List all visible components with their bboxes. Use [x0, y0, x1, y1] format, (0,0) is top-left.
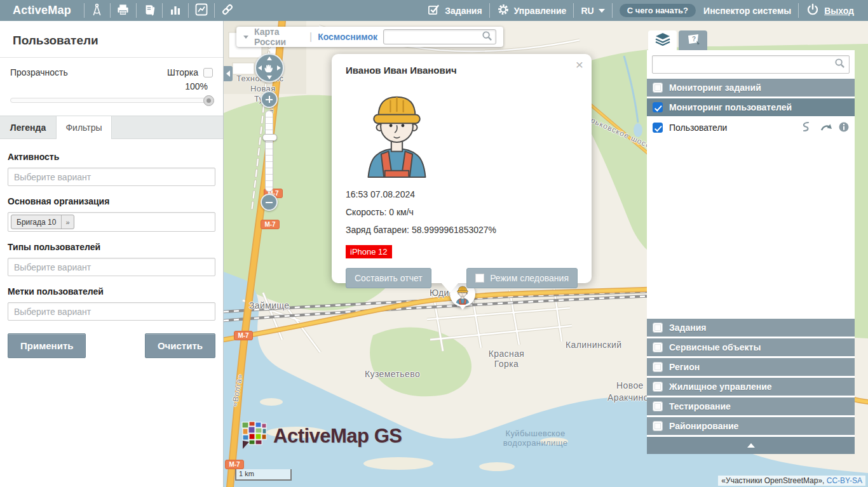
go-to-layer-icon[interactable] — [820, 123, 833, 133]
monitoring-dashboard-button[interactable] — [189, 0, 214, 21]
layer-checkbox[interactable] — [653, 102, 663, 112]
logout-button[interactable]: Выход — [799, 0, 868, 21]
create-report-button[interactable]: Составить отчет — [346, 268, 431, 288]
chevron-down-icon[interactable] — [243, 36, 248, 39]
info-icon[interactable] — [839, 122, 849, 134]
user-tags-filter-input[interactable] — [8, 302, 215, 321]
popup-speed: Скорость: 0 км/ч — [346, 207, 578, 217]
layer-checkbox[interactable] — [653, 123, 663, 133]
layers-search-input[interactable] — [656, 60, 834, 69]
activemap-gs-watermark: ActiveMap GS — [240, 420, 402, 452]
layer-group-task-monitoring[interactable]: Мониторинг заданий — [647, 79, 855, 98]
map-pan-control[interactable] — [255, 53, 284, 83]
layer-group-label: Задания — [669, 323, 706, 333]
compass-icon — [91, 3, 103, 18]
tab-legend-help[interactable]: ? — [679, 30, 707, 50]
map-attribution: «Участники OpenStreetMap», CC-BY-SA — [718, 476, 865, 486]
map-label-kuzemetyevo: Куземетьево — [365, 369, 420, 379]
zoom-slider-handle[interactable] — [262, 134, 277, 141]
language-selector[interactable]: RU — [574, 0, 611, 21]
attribution-license-link[interactable]: CC-BY-SA — [827, 476, 862, 485]
measure-tool-button[interactable] — [85, 0, 110, 21]
attribution-text: «Участники OpenStreetMap», — [721, 476, 826, 485]
layer-checkbox[interactable] — [653, 323, 663, 333]
system-inspector-button[interactable]: Инспектор системы — [703, 6, 791, 16]
layer-group-label: Сервисные объекты — [669, 342, 761, 352]
share-link-button[interactable] — [215, 0, 240, 21]
management-button[interactable]: Управление — [490, 0, 574, 21]
map-scale-bar: 1 km — [235, 469, 292, 481]
basemap-option-satellite[interactable]: Космоснимок — [318, 32, 377, 42]
apply-button[interactable]: Применить — [8, 333, 86, 358]
panel-collapse-button[interactable] — [647, 437, 855, 454]
search-icon[interactable] — [482, 30, 492, 44]
curtain-checkbox[interactable] — [203, 68, 213, 77]
activity-filter-input[interactable] — [8, 168, 215, 186]
opacity-slider-handle[interactable] — [203, 95, 214, 106]
user-info-popup: × Иванов Иван Иванович 16:53 07.08.2024 … — [332, 54, 592, 283]
user-types-filter-input[interactable] — [8, 258, 215, 276]
device-badge: iPhone 12 — [346, 245, 392, 258]
sidebar-collapse-button[interactable] — [224, 66, 233, 81]
layer-checkbox[interactable] — [653, 83, 663, 93]
chip-expand-icon[interactable]: » — [61, 215, 73, 229]
user-types-filter-label: Типы пользователей — [8, 242, 215, 252]
activity-filter-label: Активность — [8, 152, 215, 162]
map-search-box — [383, 29, 496, 44]
layer-checkbox[interactable] — [653, 401, 663, 411]
layer-group-user-monitoring[interactable]: Мониторинг пользователей — [647, 98, 855, 118]
layer-checkbox[interactable] — [653, 382, 663, 392]
print-button[interactable] — [111, 0, 136, 21]
printer-icon — [116, 3, 130, 18]
basemap-option-russia[interactable]: Карта России — [254, 27, 304, 47]
layer-group-label: Регион — [669, 362, 700, 372]
watermark-text: ActiveMap GS — [273, 425, 402, 448]
zoom-out-button[interactable] — [261, 194, 278, 211]
getting-started-button[interactable]: С чего начать? — [620, 4, 696, 17]
line-chart-icon — [194, 3, 208, 18]
tab-filters[interactable]: Фильтры — [56, 116, 112, 139]
gear-icon — [497, 3, 510, 18]
layer-group-service-objects[interactable]: Сервисные объекты — [647, 338, 855, 358]
map-label-zaymishche: Займище — [249, 300, 289, 310]
layer-item-users[interactable]: Пользователи — [647, 118, 855, 139]
tasks-label: Задания — [445, 6, 482, 16]
layer-checkbox[interactable] — [653, 342, 663, 352]
close-icon[interactable]: × — [576, 57, 583, 72]
bar-chart-icon — [169, 3, 182, 18]
filters-panel: Активность Основная организация Бригада … — [0, 139, 223, 368]
reports-journal-button[interactable] — [137, 0, 162, 21]
layer-group-districting[interactable]: Районирование — [647, 417, 855, 437]
zoom-slider[interactable] — [265, 110, 273, 192]
tab-layers[interactable] — [648, 30, 677, 50]
book-icon — [143, 3, 156, 18]
chevron-down-icon — [599, 9, 605, 13]
search-icon[interactable] — [834, 58, 845, 71]
tasks-button[interactable]: Задания — [420, 0, 489, 21]
map-label-reservoir: Куйбышевское водохранилище — [496, 429, 575, 448]
task-checkbox-icon — [427, 3, 440, 18]
track-route-icon[interactable] — [802, 121, 815, 134]
layer-group-region[interactable]: Регион — [647, 358, 855, 378]
follow-mode-button[interactable]: Режим следования — [466, 268, 578, 288]
layer-checkbox[interactable] — [653, 421, 663, 431]
organization-filter-input[interactable]: Бригада 10 » — [8, 212, 215, 232]
layers-panel-body: Мониторинг заданий Мониторинг пользовате… — [647, 50, 855, 454]
opacity-slider[interactable] — [10, 98, 213, 103]
layer-group-testing[interactable]: Тестирование — [647, 397, 855, 417]
follow-mode-checkbox[interactable] — [475, 274, 484, 283]
pan-arrows-hand-icon — [256, 55, 283, 81]
layer-group-housing[interactable]: Жилищное управление — [647, 378, 855, 397]
popup-pointer — [440, 282, 459, 293]
getting-started-group: С чего начать? Инспектор системы — [613, 0, 799, 21]
organization-chip[interactable]: Бригада 10 » — [11, 215, 74, 229]
tab-legend[interactable]: Легенда — [0, 116, 56, 138]
zoom-in-button[interactable] — [261, 91, 278, 108]
popup-battery: Заряд батареи: 58.9999961853027% — [346, 225, 578, 235]
layer-checkbox[interactable] — [653, 362, 663, 372]
map-search-input[interactable] — [387, 32, 482, 42]
statistics-button[interactable] — [163, 0, 188, 21]
layer-group-tasks[interactable]: Задания — [647, 319, 855, 338]
activemap-gs-logo-icon — [240, 420, 268, 452]
clear-button[interactable]: Очистить — [145, 333, 215, 358]
